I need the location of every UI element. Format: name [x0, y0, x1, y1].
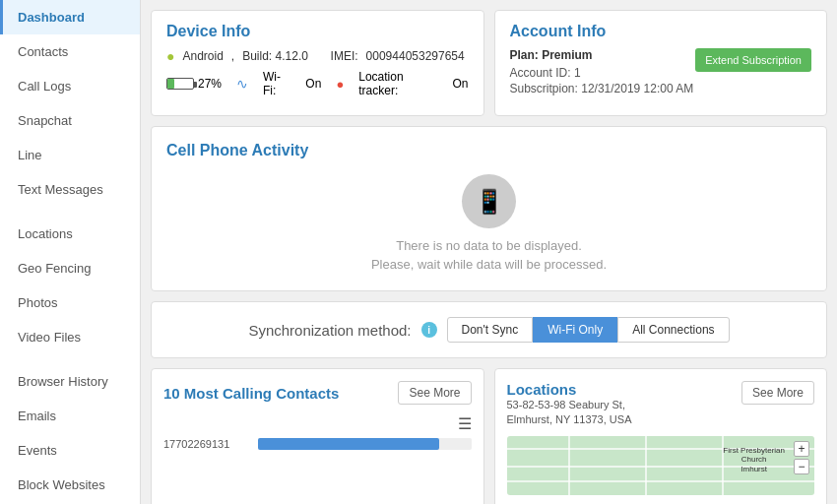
wifi-value: On	[305, 77, 321, 91]
wifi-icon: ∿	[236, 76, 248, 92]
calling-contacts-card: 10 Most Calling Contacts See More ☰ 1770…	[151, 368, 484, 504]
sidebar-item-events[interactable]: Events	[0, 433, 140, 468]
hamburger-icon: ☰	[163, 414, 472, 433]
account-id-label: Account ID:	[510, 66, 571, 80]
subscription-label: Subscritpion:	[510, 82, 578, 95]
sidebar-item-call-logs[interactable]: Call Logs	[0, 69, 140, 103]
cell-activity-card: Cell Phone Activity 📱 There is no data t…	[151, 126, 827, 291]
map-zoom-controls: + −	[794, 441, 809, 474]
bar-container	[258, 438, 472, 450]
contacts-see-more-button[interactable]: See More	[398, 381, 471, 405]
sidebar-item-line[interactable]: Line	[0, 138, 140, 172]
device-status-row: 27% ∿ Wi-Fi: On ● Location tracker: On	[166, 70, 469, 97]
calling-contacts-title: 10 Most Calling Contacts	[163, 385, 339, 402]
contacts-header: 10 Most Calling Contacts See More	[163, 381, 472, 405]
device-info-card: Device Info ● Android, Build: 4.12.0 IME…	[151, 10, 484, 116]
sidebar-item-browser-history[interactable]: Browser History	[0, 364, 140, 399]
sidebar-item-geo-fencing[interactable]: Geo Fencing	[0, 251, 140, 285]
battery-pct: 27%	[198, 77, 222, 91]
bottom-row: 10 Most Calling Contacts See More ☰ 1770…	[151, 368, 827, 504]
device-info-title: Device Info	[166, 23, 469, 40]
sidebar-item-locations[interactable]: Locations	[0, 217, 140, 251]
location-pin-icon: ●	[336, 77, 344, 92]
sidebar-item-emails[interactable]: Emails	[0, 399, 140, 433]
sync-label: Synchronization method:	[248, 322, 411, 339]
android-icon: ●	[166, 48, 174, 64]
account-info-card: Account Info Plan: Premium Account ID: 1…	[494, 10, 828, 116]
church-label: First PresbyterianChurchImhurst	[723, 446, 785, 474]
sync-all-connections-button[interactable]: All Connections	[617, 317, 729, 343]
locations-header: Locations 53-82-53-98 Seabury St,Elmhurs…	[507, 381, 815, 428]
sync-buttons: Don't Sync Wi-Fi Only All Connections	[447, 317, 730, 343]
plan-value: Premium	[542, 48, 592, 62]
map-zoom-out-button[interactable]: −	[794, 459, 809, 474]
account-info-title: Account Info	[510, 23, 812, 40]
phone-icon-placeholder: 📱	[462, 174, 516, 228]
imei-label: IMEI:	[331, 49, 358, 63]
top-row: Device Info ● Android, Build: 4.12.0 IME…	[151, 10, 827, 116]
imei-value: 000944053297654	[366, 49, 465, 63]
wait-message: Please, wait while data will be processe…	[166, 257, 811, 272]
map-zoom-in-button[interactable]: +	[794, 441, 809, 457]
no-data-text: There is no data to be displayed.	[166, 238, 811, 253]
subscription-value: 12/31/2019 12:00 AM	[581, 82, 693, 95]
wifi-label: Wi-Fi:	[263, 70, 290, 97]
subscription-row: Subscritpion: 12/31/2019 12:00 AM	[510, 82, 694, 95]
map-area: + − First PresbyterianChurchImhurst	[507, 436, 815, 495]
location-address: 53-82-53-98 Seabury St,Elmhurst, NY 1137…	[507, 398, 632, 428]
device-os: Android	[182, 49, 223, 63]
phone-icon: 📱	[475, 188, 504, 216]
device-build: Build: 4.12.0	[242, 49, 308, 63]
device-os-row: ● Android, Build: 4.12.0 IMEI: 000944053…	[166, 48, 469, 64]
contact-bar-row: 17702269131	[163, 438, 472, 450]
bar-fill	[258, 438, 439, 450]
info-icon[interactable]: i	[421, 322, 437, 338]
no-data-container: 📱 There is no data to be displayed. Plea…	[166, 174, 811, 272]
plan-label: Plan:	[510, 48, 539, 62]
locations-title: Locations	[507, 381, 632, 398]
locations-card: Locations 53-82-53-98 Seabury St,Elmhurs…	[494, 368, 828, 504]
battery-visual	[166, 78, 194, 90]
location-tracker-label: Location tracker:	[358, 70, 437, 97]
account-id-row: Account ID: 1	[510, 66, 694, 80]
account-details: Plan: Premium Account ID: 1 Subscritpion…	[510, 48, 694, 103]
contact-number: 17702269131	[163, 438, 252, 450]
sidebar: Dashboard Contacts Call Logs Snapchat Li…	[0, 0, 141, 504]
main-content: Device Info ● Android, Build: 4.12.0 IME…	[141, 0, 837, 504]
sidebar-item-dashboard[interactable]: Dashboard	[0, 0, 140, 34]
sidebar-item-video-files[interactable]: Video Files	[0, 320, 140, 354]
battery-indicator: 27%	[166, 77, 222, 91]
sync-card: Synchronization method: i Don't Sync Wi-…	[151, 301, 827, 358]
extend-subscription-button[interactable]: Extend Subscription	[695, 48, 811, 72]
account-plan-row: Plan: Premium	[510, 48, 694, 62]
account-id-value: 1	[574, 66, 581, 80]
location-tracker-value: On	[452, 77, 468, 91]
account-header-row: Plan: Premium Account ID: 1 Subscritpion…	[510, 48, 812, 103]
locations-info: Locations 53-82-53-98 Seabury St,Elmhurs…	[507, 381, 632, 428]
sidebar-item-contacts[interactable]: Contacts	[0, 34, 140, 69]
sync-dont-sync-button[interactable]: Don't Sync	[447, 317, 534, 343]
locations-see-more-button[interactable]: See More	[741, 381, 814, 405]
sidebar-item-text-messages[interactable]: Text Messages	[0, 172, 140, 207]
sidebar-item-photos[interactable]: Photos	[0, 285, 140, 320]
sidebar-item-block-websites[interactable]: Block Websites	[0, 468, 140, 502]
sidebar-item-snapchat[interactable]: Snapchat	[0, 103, 140, 138]
battery-fill	[167, 79, 174, 89]
sync-wifi-only-button[interactable]: Wi-Fi Only	[533, 317, 617, 343]
cell-activity-title: Cell Phone Activity	[166, 142, 811, 159]
